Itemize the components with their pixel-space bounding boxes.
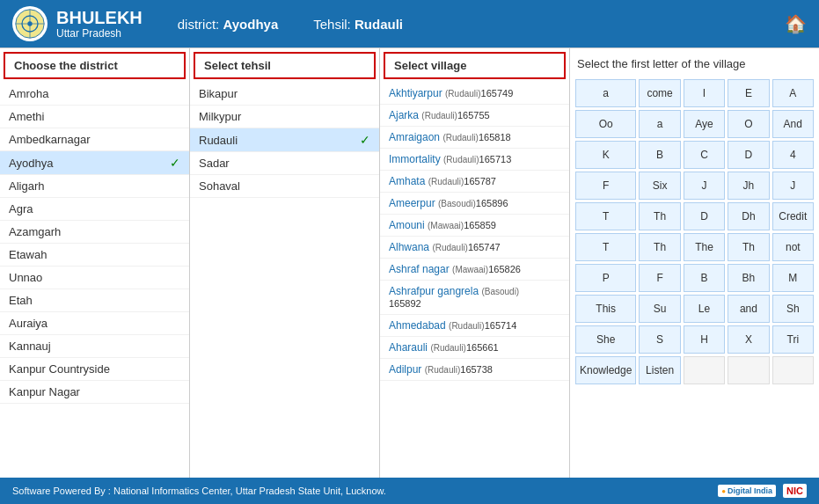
village-item[interactable]: Amhata (Rudauli)165787: [380, 171, 569, 193]
letter-button: [772, 356, 814, 384]
district-item[interactable]: Unnao: [0, 267, 189, 289]
district-item[interactable]: Aligarh: [0, 175, 189, 198]
tehsil-item[interactable]: Bikapur: [190, 83, 379, 106]
letter-button[interactable]: not: [772, 233, 814, 261]
district-item[interactable]: Azamgarh: [0, 221, 189, 244]
letter-button[interactable]: K: [575, 141, 636, 169]
letter-button[interactable]: Dh: [728, 202, 769, 230]
district-header: Choose the district: [4, 52, 186, 79]
letter-button[interactable]: O: [728, 110, 769, 138]
letter-button[interactable]: Sh: [772, 295, 814, 323]
letter-button[interactable]: P: [575, 264, 636, 292]
letter-button[interactable]: Th: [728, 233, 769, 261]
village-item[interactable]: Ashrafpur gangrela (Basoudi)165892: [380, 281, 569, 315]
letter-button[interactable]: J: [772, 172, 814, 200]
main-content: Choose the district AmrohaAmethiAmbedkar…: [0, 47, 819, 478]
village-item[interactable]: Aharauli (Rudauli)165661: [380, 337, 569, 359]
district-item[interactable]: Etah: [0, 289, 189, 312]
district-item[interactable]: Kannauj: [0, 335, 189, 358]
tehsil-info: Tehsil: Rudauli: [313, 17, 403, 32]
footer: Software Powered By : National Informati…: [0, 478, 819, 504]
letter-button[interactable]: Su: [639, 295, 680, 323]
letter-button[interactable]: A: [772, 79, 814, 107]
letter-button[interactable]: Bh: [728, 264, 769, 292]
tehsil-item[interactable]: Rudauli✓: [190, 128, 379, 152]
letter-button[interactable]: I: [684, 79, 725, 107]
village-item[interactable]: Adilpur (Rudauli)165738: [380, 359, 569, 381]
letter-button[interactable]: Listen: [639, 356, 680, 384]
village-header: Select village: [384, 52, 566, 79]
district-item[interactable]: Ayodhya✓: [0, 151, 189, 175]
district-item[interactable]: Kanpur Countryside: [0, 358, 189, 381]
letter-button[interactable]: T: [575, 202, 636, 230]
letter-button[interactable]: Jh: [728, 172, 769, 200]
letter-button[interactable]: Th: [639, 202, 680, 230]
tehsil-item[interactable]: Milkypur: [190, 106, 379, 128]
village-list[interactable]: Akhtiyarpur (Rudauli)165749Ajarka (Rudau…: [380, 83, 569, 478]
letter-button[interactable]: M: [772, 264, 814, 292]
district-item[interactable]: Kanpur Nagar: [0, 381, 189, 404]
village-item[interactable]: Amouni (Mawaai)165859: [380, 215, 569, 237]
district-list[interactable]: AmrohaAmethiAmbedkarnagarAyodhya✓Aligarh…: [0, 83, 189, 478]
village-item[interactable]: Akhtiyarpur (Rudauli)165749: [380, 83, 569, 105]
letter-button[interactable]: Th: [639, 233, 680, 261]
letter-button[interactable]: E: [728, 79, 769, 107]
letters-title: Select the first letter of the village: [575, 54, 814, 74]
village-item[interactable]: Alhwana (Rudauli)165747: [380, 237, 569, 259]
district-item[interactable]: Amethi: [0, 106, 189, 128]
district-value: Ayodhya: [223, 17, 278, 32]
letter-button[interactable]: T: [575, 233, 636, 261]
district-item[interactable]: Amroha: [0, 83, 189, 106]
letter-button[interactable]: D: [684, 202, 725, 230]
header-info: district: Ayodhya Tehsil: Rudauli: [178, 17, 785, 32]
letter-button[interactable]: The: [684, 233, 725, 261]
letter-button[interactable]: B: [639, 141, 680, 169]
tehsil-header: Select tehsil: [194, 52, 376, 79]
brand-title: BHULEKH: [56, 8, 143, 27]
letter-button[interactable]: H: [684, 325, 725, 354]
letter-button[interactable]: Six: [639, 172, 680, 200]
letter-button[interactable]: J: [684, 172, 725, 200]
letter-button[interactable]: Le: [684, 295, 725, 323]
letter-button[interactable]: C: [684, 141, 725, 169]
letter-button[interactable]: come: [639, 79, 680, 107]
letter-button[interactable]: Knowledge: [575, 356, 636, 384]
letter-button[interactable]: She: [575, 325, 636, 354]
letter-button[interactable]: B: [684, 264, 725, 292]
district-item[interactable]: Etawah: [0, 244, 189, 267]
nic-logo: NIC: [783, 484, 807, 498]
village-item[interactable]: Immortality (Rudauli)165713: [380, 149, 569, 171]
village-item[interactable]: Amraigaon (Rudauli)165818: [380, 127, 569, 149]
letter-button[interactable]: Credit: [772, 202, 814, 230]
letter-button[interactable]: Oo: [575, 110, 636, 138]
logo-emblem: [12, 6, 48, 41]
letters-column: Select the first letter of the village a…: [570, 48, 819, 478]
letter-button[interactable]: 4: [772, 141, 814, 169]
letter-button[interactable]: D: [728, 141, 769, 169]
letter-button[interactable]: This: [575, 295, 636, 323]
digital-india-logo: ● Digital India: [718, 485, 776, 497]
letter-button[interactable]: Aye: [684, 110, 725, 138]
letter-button[interactable]: X: [728, 325, 769, 354]
letter-button[interactable]: and: [728, 295, 769, 323]
district-item[interactable]: Ambedkarnagar: [0, 128, 189, 151]
letter-button[interactable]: And: [772, 110, 814, 138]
district-item[interactable]: Auraiya: [0, 312, 189, 335]
tehsil-item[interactable]: Sadar: [190, 152, 379, 175]
letter-button: [684, 356, 725, 384]
letter-button[interactable]: F: [575, 172, 636, 200]
letter-button[interactable]: S: [639, 325, 680, 354]
home-button[interactable]: 🏠: [785, 13, 807, 34]
letter-button[interactable]: a: [639, 110, 680, 138]
header-logo: BHULEKH Uttar Pradesh: [12, 6, 143, 41]
village-item[interactable]: Ahmedabad (Rudauli)165714: [380, 315, 569, 337]
district-item[interactable]: Agra: [0, 198, 189, 221]
letter-button[interactable]: a: [575, 79, 636, 107]
letter-button[interactable]: Tri: [772, 325, 814, 354]
village-item[interactable]: Ameerpur (Basoudi)165896: [380, 193, 569, 215]
village-item[interactable]: Ajarka (Rudauli)165755: [380, 105, 569, 127]
tehsil-item[interactable]: Sohaval: [190, 175, 379, 198]
letter-button[interactable]: F: [639, 264, 680, 292]
village-item[interactable]: Ashraf nagar (Mawaai)165826: [380, 259, 569, 281]
tehsil-list[interactable]: BikapurMilkypurRudauli✓SadarSohaval: [190, 83, 379, 478]
